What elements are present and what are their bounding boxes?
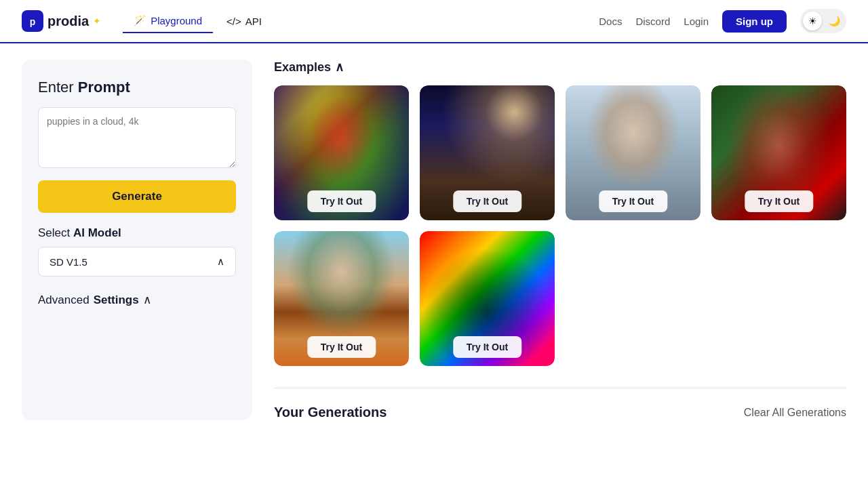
logo-star-icon: ✦	[93, 16, 101, 26]
nav-links: 🪄 Playground </> API	[123, 9, 273, 33]
left-panel: Enter Prompt Generate Select AI Model SD…	[22, 60, 252, 420]
model-label: Select AI Model	[38, 226, 236, 240]
svg-text:p: p	[30, 16, 36, 27]
generate-button[interactable]: Generate	[38, 180, 236, 213]
signup-button[interactable]: Sign up	[722, 10, 787, 33]
examples-grid-top: Try It Out Try It Out Try It Out Try It …	[274, 85, 846, 220]
nav-playground[interactable]: 🪄 Playground	[123, 9, 213, 33]
examples-header[interactable]: Examples ∧	[274, 60, 846, 75]
nav-right: Docs Discord Login Sign up ☀ 🌙	[599, 9, 846, 33]
example-card-astronaut[interactable]: Try It Out	[420, 85, 555, 220]
examples-grid-bottom: Try It Out Try It Out	[274, 231, 846, 366]
nav-docs[interactable]: Docs	[599, 16, 622, 27]
example-card-anime-girl[interactable]: Try It Out	[274, 231, 409, 366]
try-it-out-colorful-face[interactable]: Try It Out	[307, 190, 376, 212]
try-it-out-santa[interactable]: Try It Out	[745, 190, 813, 212]
example-card-colorful-face[interactable]: Try It Out	[274, 85, 409, 220]
example-card-psychedelic[interactable]: Try It Out	[420, 231, 555, 366]
logo-text: prodia	[47, 14, 89, 29]
examples-chevron-icon: ∧	[335, 60, 344, 75]
example-card-portrait[interactable]: Try It Out	[566, 85, 701, 220]
settings-chevron-up-icon: ∧	[143, 293, 151, 307]
right-content: Examples ∧ Try It Out Try It Out Try It …	[274, 60, 846, 420]
try-it-out-psychedelic[interactable]: Try It Out	[453, 336, 521, 358]
api-code-icon: </>	[226, 16, 241, 27]
model-select[interactable]: SD V1.5 ∧	[38, 247, 236, 277]
navbar: p prodia ✦ 🪄 Playground </> API Docs Dis…	[0, 0, 868, 43]
prompt-title: Enter Prompt	[38, 79, 236, 96]
try-it-out-portrait[interactable]: Try It Out	[599, 190, 667, 212]
main-content: Enter Prompt Generate Select AI Model SD…	[0, 43, 868, 436]
your-generations-title: Your Generations	[274, 405, 387, 420]
nav-discord[interactable]: Discord	[635, 16, 670, 27]
nav-login[interactable]: Login	[684, 16, 709, 27]
dark-mode-button[interactable]: 🌙	[825, 12, 844, 30]
example-card-santa[interactable]: Try It Out	[711, 85, 846, 220]
model-value: SD V1.5	[50, 256, 87, 268]
advanced-settings-toggle[interactable]: Advanced Settings ∧	[38, 293, 236, 307]
theme-toggle: ☀ 🌙	[800, 9, 846, 33]
light-mode-button[interactable]: ☀	[803, 12, 822, 30]
section-divider	[274, 388, 846, 388]
playground-wand-icon: 🪄	[134, 14, 146, 26]
clear-all-button[interactable]: Clear All Generations	[744, 407, 846, 419]
prompt-input[interactable]	[38, 107, 236, 168]
try-it-out-astronaut[interactable]: Try It Out	[453, 190, 521, 212]
nav-api[interactable]: </> API	[216, 10, 273, 33]
your-generations-header: Your Generations Clear All Generations	[274, 405, 846, 420]
logo-icon: p	[22, 10, 43, 32]
logo[interactable]: p prodia ✦	[22, 10, 101, 32]
try-it-out-anime-girl[interactable]: Try It Out	[307, 336, 376, 358]
chevron-up-icon: ∧	[217, 256, 224, 268]
examples-title: Examples	[274, 60, 331, 75]
